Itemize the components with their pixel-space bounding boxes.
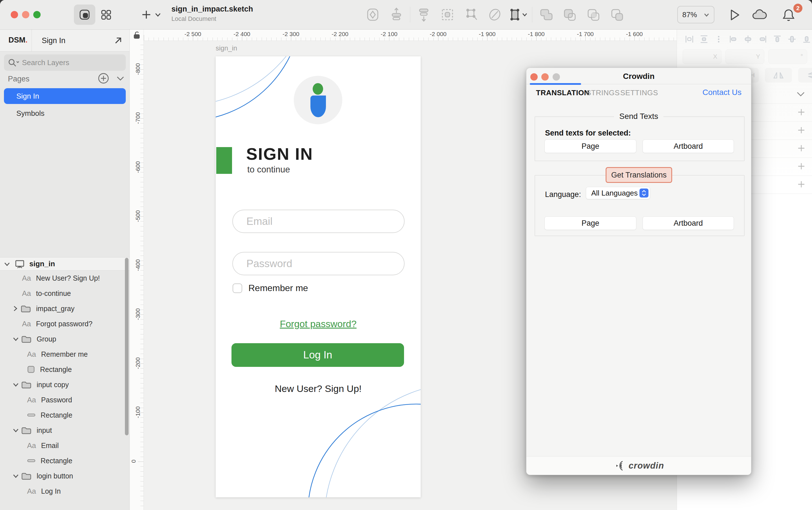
sign-in-heading: SIGN IN xyxy=(246,144,313,164)
remember-me-checkbox[interactable] xyxy=(233,283,242,293)
log-in-button[interactable]: Log In xyxy=(231,343,404,367)
distribute-vertical-icon[interactable] xyxy=(699,34,709,44)
group-button[interactable] xyxy=(436,6,459,23)
layer-label: Remember me xyxy=(41,350,88,358)
layer-row[interactable]: Group xyxy=(0,331,129,347)
minimize-traffic-light[interactable] xyxy=(22,11,29,18)
flip-horizontal-button[interactable] xyxy=(765,68,792,83)
email-field[interactable]: Email xyxy=(232,210,405,233)
contact-us-link[interactable]: Contact Us xyxy=(703,88,742,97)
x-position-field[interactable]: X xyxy=(683,49,722,64)
scale-button[interactable] xyxy=(506,6,530,23)
ruler-label: -2 300 xyxy=(283,31,299,37)
layer-row[interactable]: Rectangle xyxy=(0,453,129,468)
align-right-icon[interactable] xyxy=(758,34,768,44)
rotation-field[interactable]: ° xyxy=(768,49,807,64)
artboard-title[interactable]: sign_in xyxy=(216,44,237,52)
page-item-symbols[interactable]: Symbols xyxy=(16,109,45,118)
edit-shape-button[interactable] xyxy=(483,6,506,23)
layer-artboard-row[interactable]: sign_in xyxy=(0,257,129,270)
create-symbol-button[interactable] xyxy=(361,6,384,23)
password-field[interactable]: Password xyxy=(232,252,405,275)
language-dropdown[interactable]: All Languages xyxy=(586,187,650,199)
dsm-dot: . xyxy=(25,36,28,44)
chevron-down-icon xyxy=(642,193,646,196)
intersect-icon xyxy=(586,7,601,23)
tab-strings[interactable]: STRINGS xyxy=(586,88,620,97)
zoom-traffic-light[interactable] xyxy=(33,11,40,18)
detach-panel-button[interactable] xyxy=(113,36,123,47)
forgot-password-link[interactable]: Forgot password? xyxy=(216,319,420,329)
send-backward-button[interactable] xyxy=(412,6,436,23)
preview-button[interactable] xyxy=(725,7,744,23)
zoom-level-dropdown[interactable]: 87% xyxy=(677,6,715,23)
layer-row[interactable]: AaNew User? Sign Up! xyxy=(0,270,129,286)
x-field-label: X xyxy=(713,53,717,60)
sidebar-tabbar: DSM. Sign In xyxy=(0,30,129,52)
layer-label: New User? Sign Up! xyxy=(36,274,100,282)
logo-green-dot xyxy=(313,83,323,95)
layer-row[interactable]: AaLog In xyxy=(0,483,129,499)
layer-row[interactable]: Rectangle xyxy=(0,362,129,377)
add-page-button[interactable] xyxy=(97,72,109,85)
folder-icon xyxy=(20,304,31,313)
insert-button[interactable] xyxy=(141,7,161,23)
subtract-button[interactable] xyxy=(558,6,581,23)
align-center-horizontal-icon[interactable] xyxy=(743,34,753,44)
align-left-icon[interactable] xyxy=(728,34,738,44)
align-middle-vertical-icon[interactable] xyxy=(787,34,797,44)
chevron-down-icon xyxy=(12,382,19,387)
tab-translation[interactable]: TRANSLATION xyxy=(536,88,589,97)
tab-settings[interactable]: SETTINGS xyxy=(620,88,658,97)
ungroup-button[interactable] xyxy=(459,6,483,23)
get-translations-button[interactable]: Get Translations xyxy=(606,167,672,183)
get-artboard-button[interactable]: Artboard xyxy=(642,216,734,230)
layer-row[interactable]: AaRemember me xyxy=(0,347,129,362)
layer-row[interactable]: input copy xyxy=(0,377,129,392)
y-position-field[interactable]: Y xyxy=(725,49,764,64)
grid-view-icon xyxy=(100,8,112,21)
layer-row[interactable]: Aato-continue xyxy=(0,286,129,301)
artboard[interactable]: SIGN IN to continue Email Password Remem… xyxy=(216,56,420,497)
tab-dsm[interactable]: DSM. xyxy=(8,36,28,44)
close-traffic-light[interactable] xyxy=(11,11,18,18)
dropdown-stepper[interactable] xyxy=(639,188,648,198)
position-fields: X Y ° xyxy=(683,49,807,64)
get-page-button[interactable]: Page xyxy=(545,216,636,230)
layer-label: sign_in xyxy=(29,260,55,268)
align-top-icon[interactable] xyxy=(772,34,782,44)
layer-row[interactable]: Rectangle xyxy=(0,408,129,423)
layer-row[interactable]: AaForgot password? xyxy=(0,316,129,331)
difference-button[interactable] xyxy=(605,6,629,23)
more-options-icon[interactable] xyxy=(714,34,724,44)
layer-row[interactable]: login button xyxy=(0,468,129,483)
layer-row[interactable]: input xyxy=(0,423,129,438)
ruler-corner[interactable] xyxy=(130,30,144,41)
align-bottom-icon[interactable] xyxy=(802,34,812,44)
distribute-horizontal-icon[interactable] xyxy=(684,34,694,44)
plugin-titlebar[interactable]: Crowdin xyxy=(526,68,751,84)
union-button[interactable] xyxy=(534,6,558,23)
send-page-button[interactable]: Page xyxy=(545,140,636,153)
layer-row[interactable]: impact_gray xyxy=(0,301,129,316)
canvas-view-button[interactable] xyxy=(74,4,95,25)
search-input[interactable]: Search Layers xyxy=(4,54,126,71)
layer-row[interactable]: AaPassword xyxy=(0,392,129,408)
layer-label: Rectangle xyxy=(40,457,72,465)
send-artboard-button[interactable]: Artboard xyxy=(642,140,734,153)
bring-forward-button[interactable] xyxy=(384,6,408,23)
sign-up-link[interactable]: New User? Sign Up! xyxy=(216,383,420,394)
add-style-icon xyxy=(797,180,806,190)
tab-sign-in[interactable]: Sign In xyxy=(42,36,65,45)
intersect-button[interactable] xyxy=(581,6,605,23)
collapse-pages-button[interactable] xyxy=(116,75,125,83)
page-item-sign-in[interactable]: Sign In xyxy=(4,88,126,104)
text-layer-icon: Aa xyxy=(27,396,36,404)
flip-vertical-button[interactable] xyxy=(798,68,812,83)
cloud-sync-button[interactable] xyxy=(749,7,769,23)
ruler-label: -600 xyxy=(135,161,141,173)
sidebar-scrollbar[interactable] xyxy=(125,258,128,435)
grid-view-button[interactable] xyxy=(95,4,117,25)
layer-row[interactable]: AaEmail xyxy=(0,438,129,453)
bring-forward-icon xyxy=(389,7,403,23)
